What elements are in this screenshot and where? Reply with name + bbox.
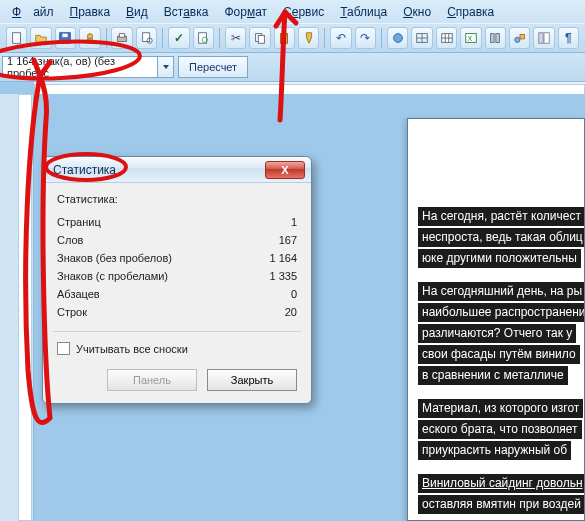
separator [219, 28, 220, 48]
menu-edit[interactable]: Правка [64, 3, 117, 21]
svg-rect-29 [539, 33, 543, 44]
show-marks-icon[interactable]: ¶ [558, 27, 579, 49]
wordcount-dropdown[interactable] [158, 56, 174, 78]
save-icon[interactable] [55, 27, 76, 49]
columns-icon[interactable] [485, 27, 506, 49]
svg-point-3 [87, 34, 92, 39]
svg-rect-25 [491, 34, 495, 43]
drawing-icon[interactable] [509, 27, 530, 49]
selected-text-line: различаются? Отчего так у [418, 324, 576, 343]
selected-text-line: приукрасить наружный об [418, 441, 571, 460]
dialog-title-text: Статистика [53, 163, 116, 177]
separator [162, 28, 163, 48]
menu-tools[interactable]: Сервис [277, 3, 330, 21]
redo-icon[interactable]: ↷ [355, 27, 376, 49]
selected-text-line: Материал, из которого изгот [418, 399, 583, 418]
stat-row: Знаков (с пробелами)1 335 [57, 267, 297, 285]
selected-text-line: На сегодня, растёт количест [418, 207, 584, 226]
doc-map-icon[interactable] [533, 27, 554, 49]
checkbox-icon[interactable] [57, 342, 70, 355]
open-icon[interactable] [30, 27, 51, 49]
tables-borders-icon[interactable] [411, 27, 432, 49]
selected-text-line: юке другими положительны [418, 249, 581, 268]
svg-rect-6 [120, 34, 125, 38]
menu-view[interactable]: Вид [120, 3, 154, 21]
dialog-close-button[interactable]: X [265, 161, 305, 179]
menu-insert[interactable]: Вставка [158, 3, 215, 21]
panel-button: Панель [107, 369, 197, 391]
statistics-dialog: Статистика X Статистика: Страниц1 Слов16… [42, 156, 312, 404]
insert-table-icon[interactable] [436, 27, 457, 49]
separator [381, 28, 382, 48]
svg-rect-30 [544, 33, 549, 44]
svg-rect-12 [258, 35, 264, 43]
research-icon[interactable] [193, 27, 214, 49]
wordcount-toolbar: 1 164 знак(а, ов) (без пробелс Пересчет [0, 53, 585, 82]
selected-text-line: оставляя вмятин при воздей [418, 495, 584, 514]
stat-row: Абзацев0 [57, 285, 297, 303]
svg-rect-0 [12, 33, 20, 44]
statistics-table: Страниц1 Слов167 Знаков (без пробелов)1 … [57, 213, 297, 321]
wordcount-text: 1 164 знак(а, ов) (без пробелс [7, 55, 153, 79]
svg-rect-4 [87, 39, 92, 43]
svg-rect-26 [496, 34, 500, 43]
selected-text-line: неспроста, ведь такая облиц [418, 228, 584, 247]
stat-row: Страниц1 [57, 213, 297, 231]
stat-row: Слов167 [57, 231, 297, 249]
dialog-titlebar[interactable]: Статистика X [43, 157, 311, 183]
undo-icon[interactable]: ↶ [330, 27, 351, 49]
spellcheck-icon[interactable]: ✓ [168, 27, 189, 49]
toolbar-main: ✓ ✂ ↶ ↷ X ¶ [0, 23, 585, 53]
recalc-button[interactable]: Пересчет [178, 56, 248, 78]
document-page[interactable]: На сегодня, растёт количест неспроста, в… [407, 118, 585, 521]
selected-text-line: свои фасады путём винило [418, 345, 580, 364]
hyperlink-icon[interactable] [387, 27, 408, 49]
close-button[interactable]: Закрыть [207, 369, 297, 391]
paste-icon[interactable] [274, 27, 295, 49]
svg-point-15 [393, 34, 402, 43]
menu-window[interactable]: Окно [397, 3, 437, 21]
permissions-icon[interactable] [79, 27, 100, 49]
selected-text-line: На сегодняшний день, на ры [418, 282, 584, 301]
menu-bar: Файл Правка Вид Вставка Формат Сервис Та… [0, 0, 585, 23]
include-footnotes-label: Учитывать все сноски [76, 343, 188, 355]
selected-text-line: Виниловый сайдинг довольн [418, 474, 584, 493]
vertical-ruler [0, 94, 34, 521]
separator [324, 28, 325, 48]
selected-text-line: еского брата, что позволяет [418, 420, 582, 439]
excel-icon[interactable]: X [460, 27, 481, 49]
svg-point-27 [514, 37, 519, 42]
include-footnotes-row[interactable]: Учитывать все сноски [57, 342, 297, 355]
menu-table[interactable]: Таблица [334, 3, 393, 21]
print-icon[interactable] [111, 27, 132, 49]
wordcount-field: 1 164 знак(а, ов) (без пробелс [2, 56, 158, 78]
separator [106, 28, 107, 48]
stat-row: Строк20 [57, 303, 297, 321]
stat-row: Знаков (без пробелов)1 164 [57, 249, 297, 267]
preview-icon[interactable] [136, 27, 157, 49]
cut-icon[interactable]: ✂ [225, 27, 246, 49]
selected-text-line: наибольшее распространени [418, 303, 584, 322]
svg-rect-14 [283, 33, 287, 36]
dialog-heading: Статистика: [57, 193, 297, 205]
svg-rect-7 [142, 33, 149, 42]
copy-icon[interactable] [249, 27, 270, 49]
svg-text:X: X [467, 35, 472, 42]
svg-rect-2 [63, 34, 68, 38]
menu-file[interactable]: Файл [6, 3, 60, 21]
selected-text-line: в сравнении с металличе [418, 366, 568, 385]
menu-format[interactable]: Формат [218, 3, 273, 21]
dialog-body: Статистика: Страниц1 Слов167 Знаков (без… [43, 183, 311, 403]
menu-help[interactable]: Справка [441, 3, 500, 21]
new-doc-icon[interactable] [6, 27, 27, 49]
format-painter-icon[interactable] [298, 27, 319, 49]
divider [53, 331, 301, 332]
svg-rect-28 [520, 35, 524, 39]
